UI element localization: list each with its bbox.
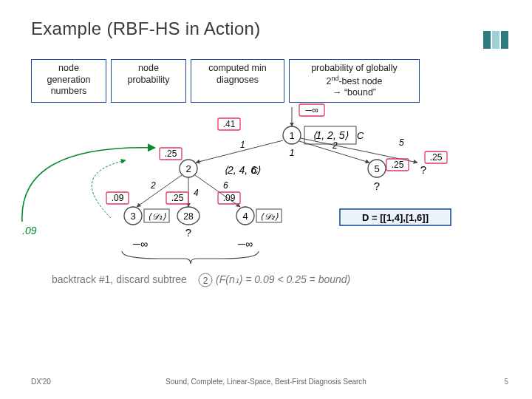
svg-text:3: 3 [130, 211, 135, 222]
leaf-n3: ─∞ [132, 238, 148, 250]
logo-bar [492, 31, 499, 49]
legend-bound: probability of globally 2nd-best node → … [289, 59, 420, 103]
logo-bar [483, 31, 491, 49]
svg-text:⟨𝒟₂⟩: ⟨𝒟₂⟩ [260, 211, 279, 222]
svg-text:.25: .25 [165, 149, 177, 159]
prob-n4: .09 [223, 193, 236, 203]
root-inbound: ─∞ [304, 105, 318, 115]
svg-text:C: C [357, 130, 364, 141]
legend-row: node generation numbers node probability… [31, 59, 420, 103]
prob-n28: .25 [171, 193, 184, 203]
svg-text:2: 2 [150, 180, 156, 191]
left-bubble: .09 [22, 225, 37, 236]
svg-line-6 [196, 140, 283, 163]
root-assoc: ⟨1, 2, 5⟩ [313, 129, 349, 141]
footer-page: 5 [504, 378, 508, 386]
leaf-n4: ─∞ [237, 238, 253, 250]
svg-text:4: 4 [194, 188, 199, 198]
svg-text:28: 28 [183, 211, 194, 222]
svg-text:1: 1 [240, 140, 245, 150]
svg-text:5: 5 [399, 137, 404, 148]
svg-text:?: ? [374, 180, 380, 192]
svg-text:⟨𝒟₁⟩: ⟨𝒟₁⟩ [148, 211, 166, 222]
svg-text:1: 1 [289, 130, 294, 141]
svg-text:2: 2 [203, 276, 208, 286]
svg-text:1: 1 [289, 147, 294, 158]
prob-n2: .41 [223, 119, 236, 129]
legend-node-probability: node probability [111, 59, 186, 103]
logo-bar [501, 31, 508, 49]
legend-gen-numbers: node generation numbers [31, 59, 106, 103]
result-box: D = [[1,4],[1,6]] [362, 212, 429, 223]
prob-n7: .25 [430, 152, 443, 163]
prob-n5: .25 [392, 160, 404, 170]
svg-text:2: 2 [185, 163, 191, 174]
svg-text:C: C [251, 165, 259, 176]
svg-text:?: ? [185, 226, 191, 239]
backtrack-label: backtrack #1, discard subtree [52, 273, 187, 285]
brand-logo [483, 31, 508, 49]
svg-text:5: 5 [374, 163, 379, 174]
footer-mid: Sound, Complete, Linear-Space, Best-Firs… [0, 378, 532, 386]
svg-text:?: ? [420, 163, 426, 176]
prob-n3: .09 [112, 193, 124, 203]
tree-diagram: ─∞ 1 ⟨1, 2, 5⟩ C 1 1 2 5 .41 2 ⟨2, 4, 6⟩… [0, 100, 532, 307]
svg-text:4: 4 [242, 211, 248, 222]
legend-computed-min-diagnoses: computed min diagnoses [191, 59, 284, 103]
backtrack-expr: (F(n₁) = 0.09 < 0.25 = bound) [216, 273, 350, 285]
slide-title: Example (RBF-HS in Action) [31, 18, 261, 39]
svg-text:6: 6 [223, 180, 228, 191]
